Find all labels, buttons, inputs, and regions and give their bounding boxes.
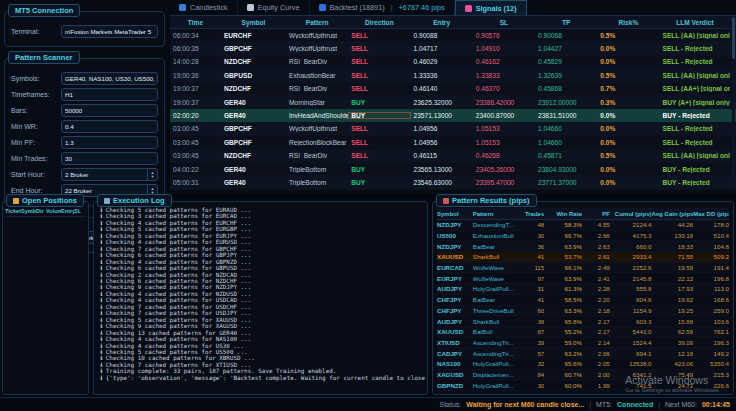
pr-column-header-avg-gain-pips-[interactable]: Avg Gain (pips) bbox=[652, 211, 694, 217]
execution-log-content[interactable]: ℹ Checking 5 cached patterns for EURAUD … bbox=[100, 207, 425, 385]
column-header-time[interactable]: Time bbox=[170, 19, 221, 26]
pattern-result-row[interactable]: EURJPYWolfeWave9763.9%2.412145.822.12196… bbox=[437, 273, 729, 284]
pattern-result-row[interactable]: XTIUSDAscendingTri...3959.0%2.141524.439… bbox=[437, 338, 729, 349]
terminal-input[interactable]: n\Fusion Markets MetaTrader 5 erminal64.… bbox=[61, 25, 158, 38]
signal-row[interactable]: 03:00:45NZDCHFRSI_BearDivSELL0.461150.46… bbox=[170, 150, 736, 163]
signal-row[interactable]: 19:00:37NZDCHFRSI_BearDivSELL0.461400.46… bbox=[170, 83, 736, 96]
pattern-result-row[interactable]: CADJPYAscendingTri...5763.2%2.06694.112.… bbox=[437, 348, 729, 359]
pattern-result-row[interactable]: XAUUSDBatBull8755.2%2.175443.062.56762.1 bbox=[437, 327, 729, 338]
pattern-result-row[interactable]: GBPNZDHolyGrailPull...3060.0%1.99741.524… bbox=[437, 380, 729, 391]
field-input-minpf[interactable]: 1.3 bbox=[61, 136, 158, 149]
pr-column-header-pf[interactable]: PF bbox=[582, 211, 610, 217]
pattern-result-row[interactable]: NAS100HolyGrailPull...3265.6%2.0513538.0… bbox=[437, 359, 729, 370]
pr-cell-trades: 31 bbox=[520, 285, 544, 292]
pr-cell-max-dd-pips-: 196.3 bbox=[693, 339, 729, 346]
signal-row[interactable]: 04:00:22GER40TripleBottomBUY23565.130002… bbox=[170, 163, 736, 176]
pattern-result-row[interactable]: XAGUSDDisplacemen...8460.7%2.006341.275.… bbox=[437, 370, 729, 381]
pattern-result-row[interactable]: NZDJPYDescendingT...4858.3%4.552124.444.… bbox=[437, 220, 729, 231]
pattern-result-row[interactable]: AUDJPYHolyGrailPull...3161.3%2.28555.817… bbox=[437, 284, 729, 295]
cell-entry: 23565.13000 bbox=[411, 166, 473, 173]
pr-cell-win-rate: 61.3% bbox=[544, 285, 582, 292]
cell-verdict: SELL (AA) [signal only] bbox=[660, 152, 731, 159]
open-positions-column-dir[interactable]: Dir bbox=[36, 208, 46, 214]
document-icon bbox=[104, 198, 110, 204]
status-segment: | bbox=[589, 401, 591, 408]
pr-cell-max-dd-pips-: 191.4 bbox=[693, 264, 729, 271]
field-input-minwr[interactable]: 0.4 bbox=[61, 120, 158, 133]
signals-scrollbar[interactable] bbox=[732, 17, 735, 189]
pattern-result-row[interactable]: CHFJPYBatBear4158.5%2.20804.619.62168.6 bbox=[437, 295, 729, 306]
pattern-result-row[interactable]: EURCADWolfeWave11566.1%2.492252.619.5919… bbox=[437, 263, 729, 274]
cell-sl: 1.04910 bbox=[473, 45, 535, 52]
pattern-result-row[interactable]: NZDJPYBatBear3663.9%2.63660.018.33104.8 bbox=[437, 241, 729, 252]
pr-cell-pf: 2.61 bbox=[582, 253, 610, 260]
signal-row[interactable]: 19:00:37GER40MorningStarBUY23625.3200023… bbox=[170, 96, 736, 109]
pr-cell-win-rate: 65.8% bbox=[544, 318, 582, 325]
field-input-starthour[interactable]: 2 Broker▲▼ bbox=[61, 168, 158, 181]
signal-row[interactable]: 06:00:34EURCHFWyckoffUpthrustSELL0.90088… bbox=[170, 29, 736, 42]
field-input-symbols[interactable]: GER40, NAS100, US30, US500, XBRUSD, XTIU… bbox=[61, 72, 158, 85]
open-positions-column-entry[interactable]: Entry bbox=[61, 208, 74, 214]
pr-cell-pattern: BatBear bbox=[473, 243, 521, 250]
pattern-result-row[interactable]: XAUUSDSharkBull4153.7%2.612933.471.55509… bbox=[437, 252, 729, 263]
column-header-symbol[interactable]: Symbol bbox=[221, 19, 286, 26]
cell-direction: SELL bbox=[348, 72, 410, 79]
signal-row[interactable]: 06:00:35GBPCHFWyckoffUpthrustSELL1.04717… bbox=[170, 42, 736, 55]
pr-cell-avg-gain-pips-: 15.88 bbox=[652, 318, 694, 325]
cell-entry: 1.04956 bbox=[411, 139, 473, 146]
signal-row[interactable]: 05:00:31GER40TripleBottomBUY23546.630002… bbox=[170, 176, 736, 189]
column-header-risk-[interactable]: Risk% bbox=[597, 19, 659, 26]
field-value: 30 bbox=[65, 155, 72, 162]
field-input-timeframes[interactable]: H1 bbox=[61, 88, 158, 101]
spinner-down-icon[interactable]: ▼ bbox=[151, 175, 155, 179]
status-segment: Next M60: bbox=[665, 401, 697, 408]
pr-cell-pf: 2.49 bbox=[582, 264, 610, 271]
pr-column-header-pattern[interactable]: Pattern bbox=[473, 211, 521, 217]
spinner-buttons[interactable]: ▲▼ bbox=[147, 169, 157, 180]
cell-sl: 0.90576 bbox=[473, 32, 535, 39]
signal-row[interactable]: 14:00:28NZDCHFRSI_BearDivSELL0.460290.46… bbox=[170, 56, 736, 69]
pattern-result-row[interactable]: AUDJPYSharkBull3865.8%2.17603.315.88103.… bbox=[437, 316, 729, 327]
pr-cell-avg-gain-pips-: 423.06 bbox=[652, 360, 694, 367]
pr-cell-pattern: HolyGrailPull... bbox=[473, 285, 521, 292]
pr-column-header-max-dd-pips-[interactable]: Max DD (pips) bbox=[693, 211, 729, 217]
cell-tp: 23831.51000 bbox=[535, 112, 597, 119]
open-positions-column-volume[interactable]: Volume bbox=[46, 208, 61, 214]
column-header-tp[interactable]: TP bbox=[535, 19, 597, 26]
open-positions-column-ticket[interactable]: Ticket bbox=[5, 208, 21, 214]
tab-backtest-18891-[interactable]: Backtest (18891)|+6787.46 pips bbox=[310, 0, 455, 15]
pr-column-header-trades[interactable]: Trades bbox=[520, 211, 544, 217]
pattern-results-table-body: NZDJPYDescendingT...4858.3%4.552124.444.… bbox=[433, 220, 733, 391]
tab-equity-curve[interactable]: Equity Curve bbox=[238, 0, 310, 15]
chart-icon bbox=[443, 198, 449, 204]
pr-column-header-win-rate[interactable]: Win Rate bbox=[544, 211, 582, 217]
signal-row[interactable]: 03:00:45GBPCHFRejectionBlockBearSELL1.04… bbox=[170, 136, 736, 149]
column-header-direction[interactable]: Direction bbox=[348, 19, 410, 26]
field-input-mintrades[interactable]: 30 bbox=[61, 152, 158, 165]
field-input-bars[interactable]: 50000 bbox=[61, 104, 158, 117]
pr-column-header-cumul-pips-[interactable]: Cumul (pips) bbox=[610, 211, 652, 217]
column-header-sl[interactable]: SL bbox=[473, 19, 535, 26]
signal-row[interactable]: 02:00:20GER40InvHeadAndShouldersBUY23571… bbox=[170, 109, 736, 122]
column-header-entry[interactable]: Entry bbox=[411, 19, 473, 26]
cell-pattern: RSI_BearDiv bbox=[286, 58, 348, 65]
tab-signals-12-[interactable]: Signals (12) bbox=[455, 0, 527, 15]
pr-cell-avg-gain-pips-: 139.18 bbox=[652, 232, 694, 239]
pr-cell-symbol: US500 bbox=[437, 232, 473, 239]
tab-bar: CandlestickEquity CurveBacktest (18891)|… bbox=[170, 0, 736, 16]
signals-scrollbar-thumb[interactable] bbox=[732, 17, 735, 59]
signal-row[interactable]: 19:00:36GBPUSDExhaustionBearSELL1.333361… bbox=[170, 69, 736, 82]
cell-entry: 23546.63000 bbox=[411, 179, 473, 186]
pr-column-header-symbol[interactable]: Symbol bbox=[437, 211, 473, 217]
column-header-pattern[interactable]: Pattern bbox=[286, 19, 348, 26]
signal-row[interactable]: 03:00:45GBPCHFWyckoffUpthrustSELL1.04956… bbox=[170, 123, 736, 136]
pattern-result-row[interactable]: CHFJPYThreeDriveBull6063.3%2.181154.919.… bbox=[437, 306, 729, 317]
pattern-result-row[interactable]: US500ExhaustionBull3066.7%2.664175.3139.… bbox=[437, 231, 729, 242]
open-positions-column-sl[interactable]: SL bbox=[74, 208, 82, 214]
open-positions-column-symbol[interactable]: Symbol bbox=[21, 208, 36, 214]
pr-cell-cumul-pips-: 2933.4 bbox=[610, 253, 652, 260]
tab-candlestick[interactable]: Candlestick bbox=[170, 0, 238, 15]
cell-sl: 23400.87000 bbox=[473, 112, 535, 119]
column-header-llm-verdict[interactable]: LLM Verdict bbox=[660, 19, 731, 26]
cell-direction: SELL bbox=[348, 32, 410, 39]
